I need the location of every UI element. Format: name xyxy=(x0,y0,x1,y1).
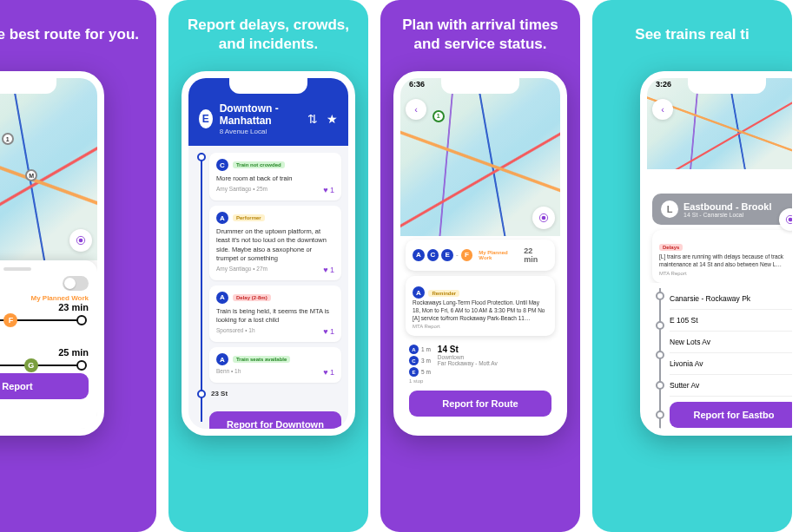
commute-toggle[interactable] xyxy=(63,276,89,291)
status-tag: Performer xyxy=(233,214,265,221)
report-card[interactable]: ATrain seats available Benn • 1h♥ 1 xyxy=(209,347,341,383)
station-block[interactable]: A1 m C3 m E5 m 1 stop 14 St Downtown Far… xyxy=(400,341,560,387)
route-card[interactable]: A C E - F My Planned Work 22 min xyxy=(406,240,555,271)
line-l-badge: L xyxy=(661,200,678,218)
alert-source: MTA Report xyxy=(413,324,548,329)
report-button[interactable]: Report xyxy=(0,373,89,399)
status-tag: Train not crowded xyxy=(233,161,285,168)
timeline xyxy=(201,153,202,422)
map-marker[interactable]: 1 xyxy=(2,133,14,145)
slide-1: e the best route for you. 1 M mmute xyxy=(0,0,156,532)
map-marker[interactable]: 1 xyxy=(433,110,445,122)
route-sub-1: 1, 2 min xyxy=(0,328,89,336)
report-feed[interactable]: CTrain not crowded More room at back of … xyxy=(188,146,348,429)
report-card[interactable]: CTrain not crowded More room at back of … xyxy=(209,153,341,200)
notch xyxy=(441,78,519,94)
line-l-subtitle: 14 St - Canarsie Local xyxy=(683,212,771,218)
stop-23st[interactable]: 23 St xyxy=(211,390,341,397)
line-a-badge: A xyxy=(413,286,425,299)
screen-2: E Downtown - Manhattan 8 Avenue Local ⇅ … xyxy=(188,78,348,429)
locate-button[interactable] xyxy=(532,207,555,229)
screen-1: 1 M mmute My Planned Work 23 min xyxy=(0,78,97,429)
line-l-header: L Eastbound - Brookl 14 St - Canarsie Lo… xyxy=(652,194,792,225)
delay-body: [L] trains are running with delays becau… xyxy=(659,253,792,269)
heart-icon[interactable]: ♥ 1 xyxy=(323,186,334,194)
notch xyxy=(229,78,307,94)
line-f-badge: F xyxy=(461,249,473,261)
line-a-badge: A xyxy=(216,353,228,365)
line-title: Downtown - Manhattan xyxy=(220,102,300,127)
line-a-badge: A xyxy=(216,212,228,224)
alert-body: Rockaways Long-Term Flood Protection. Un… xyxy=(413,299,548,322)
alert-card[interactable]: A Reminder Rockaways Long-Term Flood Pro… xyxy=(406,276,555,336)
report-card[interactable]: APerformer Drummer on the uptown platfor… xyxy=(209,206,341,280)
route-icon[interactable]: ⇅ xyxy=(307,112,318,126)
phone-1: 1 M mmute My Planned Work 23 min xyxy=(0,71,104,436)
report-downtown-button[interactable]: Report for Downtown Line xyxy=(209,411,341,429)
delay-source: MTA Report xyxy=(659,271,792,276)
line-f-badge: F xyxy=(3,313,17,327)
heart-icon[interactable]: ♥ 1 xyxy=(323,368,334,377)
map-3[interactable]: ‹ 1 xyxy=(400,78,560,236)
stop-item[interactable]: Sutter Av xyxy=(670,375,792,397)
delay-tag: Delayed xyxy=(0,341,89,347)
phone-4: 3:26 ‹ L Eastbound - Brookl 14 St - Cana… xyxy=(640,71,792,436)
heart-icon[interactable]: ♥ 1 xyxy=(323,266,334,274)
delays-tag: Delays xyxy=(659,244,683,251)
stop-item[interactable]: Livonia Av xyxy=(670,353,792,375)
notch xyxy=(688,78,766,94)
slide-3: Plan with arrival times and service stat… xyxy=(380,0,580,532)
screen-4: ‹ L Eastbound - Brookl 14 St - Canarsie … xyxy=(647,78,792,429)
svg-point-2 xyxy=(542,216,546,220)
route-line-2[interactable]: B G xyxy=(0,365,85,366)
commute-sheet[interactable]: mmute My Planned Work 23 min F 1, 2 min … xyxy=(0,260,97,429)
phone-2: E Downtown - Manhattan 8 Avenue Local ⇅ … xyxy=(182,71,355,436)
slide-4: See trains real ti 3:26 ‹ L Eastbound - … xyxy=(592,0,792,532)
alert-tag: Reminder xyxy=(428,290,459,297)
planned-label: My Planned Work xyxy=(479,250,521,260)
line-subtitle: 8 Avenue Local xyxy=(220,128,300,135)
star-icon[interactable]: ★ xyxy=(327,112,338,126)
report-body: More room at back of train xyxy=(216,174,334,183)
screen-3: ‹ 1 A C E - F My Planned Work 22 min xyxy=(400,78,560,429)
report-route-button[interactable]: Report for Route xyxy=(409,391,551,417)
line-e-badge: E xyxy=(441,249,453,261)
back-button[interactable]: ‹ xyxy=(406,99,426,120)
eta: 22 min xyxy=(524,246,548,264)
back-button[interactable]: ‹ xyxy=(652,99,673,120)
slide-2-title: Report delays, crowds, and incidents. xyxy=(177,16,360,54)
svg-point-4 xyxy=(789,218,792,222)
map-marker[interactable]: M xyxy=(25,169,37,181)
app-screenshots-row: e the best route for you. 1 M mmute xyxy=(0,0,799,532)
stops-list[interactable]: Canarsie - Rockaway Pk E 105 St New Lots… xyxy=(647,283,792,436)
report-card[interactable]: ADelay (2-8m) Train is being held, it se… xyxy=(209,286,341,342)
stop-item[interactable]: E 105 St xyxy=(670,310,792,332)
stop-line xyxy=(659,288,661,436)
stop-item[interactable]: Canarsie - Rockaway Pk xyxy=(670,288,792,310)
line-c-badge: C xyxy=(216,159,228,171)
locate-button[interactable] xyxy=(69,229,92,252)
status-tag: Train seats available xyxy=(233,356,290,363)
locate-button[interactable] xyxy=(779,208,792,231)
svg-point-0 xyxy=(79,239,83,243)
slide-2: Report delays, crowds, and incidents. E … xyxy=(168,0,368,532)
stop-item[interactable]: New Lots Av xyxy=(670,332,792,353)
line-badge-e: E xyxy=(199,109,213,128)
delay-alert[interactable]: Delays [L] trains are running with delay… xyxy=(652,230,792,283)
station-name: 14 St xyxy=(438,345,498,354)
slide-4-title: See trains real ti xyxy=(635,16,749,54)
slide-3-title: Plan with arrival times and service stat… xyxy=(389,16,571,54)
eta-1: 23 min xyxy=(0,302,89,312)
line-a-badge: A xyxy=(413,249,425,261)
report-body: Train is being held, it seems the MTA is… xyxy=(216,307,334,325)
map-1[interactable]: 1 M xyxy=(0,78,97,260)
heart-icon[interactable]: ♥ 1 xyxy=(323,327,334,336)
stop-item[interactable]: Broadway Jct xyxy=(670,433,792,436)
notch xyxy=(0,78,56,94)
line-a-badge: A xyxy=(216,292,228,304)
report-eastbound-button[interactable]: Report for Eastbo xyxy=(670,402,792,428)
status-tag: Delay (2-8m) xyxy=(233,294,271,301)
report-body: Drummer on the uptown platform, at least… xyxy=(216,227,334,263)
sheet-handle[interactable] xyxy=(3,267,31,271)
route-line-1[interactable]: F xyxy=(0,319,85,321)
